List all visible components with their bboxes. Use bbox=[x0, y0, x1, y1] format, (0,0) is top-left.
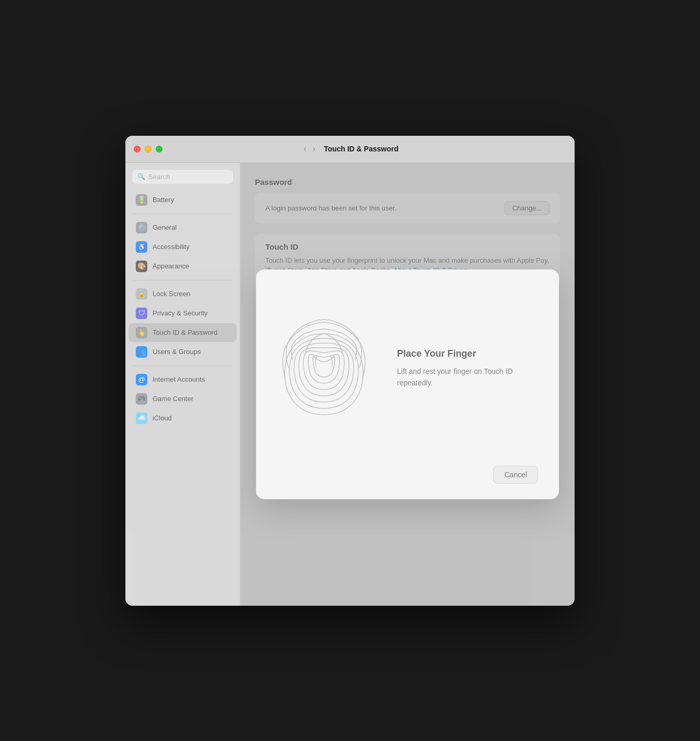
modal-footer: Cancel bbox=[277, 457, 538, 484]
title-bar-center: ‹ › Touch ID & Password bbox=[301, 143, 399, 155]
maximize-button[interactable] bbox=[156, 146, 162, 152]
traffic-lights bbox=[134, 146, 162, 152]
title-bar: ‹ › Touch ID & Password bbox=[125, 136, 575, 163]
privacy-security-icon: 🛡 bbox=[136, 308, 147, 319]
search-bar[interactable]: 🔍 Search bbox=[132, 169, 234, 184]
sidebar-label-accessibility: Accessibility bbox=[153, 243, 190, 251]
nav-arrows: ‹ › bbox=[301, 143, 318, 155]
sidebar-label-privacy-security: Privacy & Security bbox=[153, 309, 207, 317]
sidebar-item-internet-accounts[interactable]: @ Internet Accounts bbox=[129, 370, 237, 389]
sidebar-item-privacy-security[interactable]: 🛡 Privacy & Security bbox=[129, 304, 237, 323]
sidebar-label-internet-accounts: Internet Accounts bbox=[153, 375, 205, 383]
internet-accounts-icon: @ bbox=[136, 374, 147, 385]
accessibility-icon: ♿ bbox=[136, 241, 147, 253]
sidebar-divider-3 bbox=[133, 366, 232, 366]
minimize-button[interactable] bbox=[145, 146, 151, 152]
sidebar-item-appearance[interactable]: 🎨 Appearance bbox=[129, 257, 237, 276]
main-layout: 🔍 Search 🔋 Battery ⚙️ General ♿ Accessib… bbox=[125, 163, 575, 606]
settings-window: ‹ › Touch ID & Password 🔍 Search 🔋 Batte… bbox=[125, 136, 575, 606]
sidebar-item-game-center[interactable]: 🎮 Game Center bbox=[129, 390, 237, 408]
search-placeholder: Search bbox=[148, 173, 170, 181]
sidebar-item-accessibility[interactable]: ♿ Accessibility bbox=[129, 238, 237, 256]
sidebar-label-battery: Battery bbox=[153, 196, 174, 204]
search-icon: 🔍 bbox=[137, 173, 145, 180]
sidebar-label-appearance: Appearance bbox=[153, 262, 189, 270]
back-arrow[interactable]: ‹ bbox=[301, 143, 308, 155]
sidebar-item-users-groups[interactable]: 👥 Users & Groups bbox=[129, 343, 237, 361]
modal-overlay: Place Your Finger Lift and rest your fin… bbox=[240, 163, 575, 606]
battery-icon: 🔋 bbox=[136, 194, 147, 206]
sidebar-label-icloud: iCloud bbox=[153, 414, 172, 422]
modal-dialog: Place Your Finger Lift and rest your fin… bbox=[256, 269, 559, 499]
sidebar-label-general: General bbox=[153, 224, 177, 231]
modal-text: Place Your Finger Lift and rest your fin… bbox=[397, 348, 538, 389]
fingerprint-icon bbox=[277, 310, 371, 425]
touchid-icon: 👆 bbox=[136, 327, 147, 338]
game-center-icon: 🎮 bbox=[136, 393, 147, 405]
forward-arrow[interactable]: › bbox=[311, 143, 318, 155]
sidebar: 🔍 Search 🔋 Battery ⚙️ General ♿ Accessib… bbox=[125, 163, 240, 606]
cancel-button[interactable]: Cancel bbox=[493, 466, 538, 484]
sidebar-label-touchid: Touch ID & Password bbox=[153, 328, 217, 336]
sidebar-label-lock-screen: Lock Screen bbox=[153, 290, 190, 298]
users-groups-icon: 👥 bbox=[136, 346, 147, 358]
sidebar-item-touchid[interactable]: 👆 Touch ID & Password bbox=[129, 323, 237, 342]
sidebar-item-icloud[interactable]: ☁️ iCloud bbox=[129, 409, 237, 428]
general-icon: ⚙️ bbox=[136, 222, 147, 233]
modal-content: Place Your Finger Lift and rest your fin… bbox=[277, 296, 538, 442]
window-title: Touch ID & Password bbox=[324, 145, 399, 153]
modal-title: Place Your Finger bbox=[397, 348, 538, 359]
icloud-icon: ☁️ bbox=[136, 413, 147, 424]
sidebar-item-lock-screen[interactable]: 🔒 Lock Screen bbox=[129, 285, 237, 303]
close-button[interactable] bbox=[134, 146, 141, 152]
appearance-icon: 🎨 bbox=[136, 261, 147, 272]
content-area: Password A login password has been set f… bbox=[240, 163, 575, 606]
sidebar-divider-1 bbox=[133, 214, 232, 214]
modal-description: Lift and rest your finger on Touch ID re… bbox=[397, 366, 538, 389]
sidebar-label-users-groups: Users & Groups bbox=[153, 348, 201, 356]
sidebar-item-general[interactable]: ⚙️ General bbox=[129, 218, 237, 237]
sidebar-label-game-center: Game Center bbox=[153, 395, 193, 403]
lock-screen-icon: 🔒 bbox=[136, 288, 147, 300]
sidebar-divider-2 bbox=[133, 280, 232, 280]
fingerprint-container bbox=[277, 310, 371, 427]
sidebar-item-battery[interactable]: 🔋 Battery bbox=[129, 191, 237, 209]
